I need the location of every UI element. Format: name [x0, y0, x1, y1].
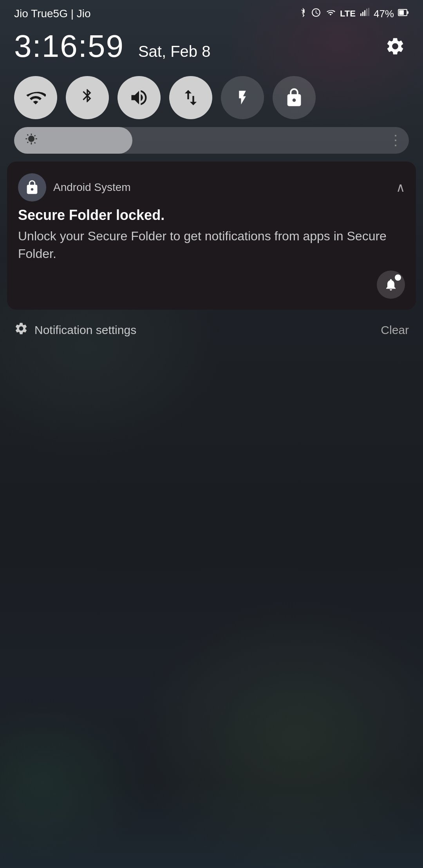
carrier-text: Jio True5G | Jio [14, 7, 91, 20]
svg-rect-0 [360, 13, 362, 16]
brightness-slider[interactable]: ⋮ [14, 127, 409, 154]
brightness-icon [25, 133, 38, 148]
notification-settings-button[interactable]: Notification settings [14, 321, 136, 339]
status-bar: Jio True5G | Jio LTE [0, 0, 423, 24]
clock-display: 3:16:59 [14, 28, 124, 64]
clear-notifications-button[interactable]: Clear [381, 323, 409, 337]
notif-app-icon [18, 173, 46, 202]
bluetooth-status-icon [298, 7, 307, 20]
sound-toggle[interactable] [118, 76, 161, 119]
flashlight-toggle[interactable] [221, 76, 264, 119]
time-row: 3:16:59 Sat, Feb 8 [0, 24, 423, 72]
svg-rect-7 [407, 11, 409, 14]
notification-bottom-bar: Notification settings Clear [0, 318, 423, 343]
svg-rect-6 [399, 10, 404, 15]
svg-rect-2 [364, 10, 365, 16]
notification-shade: Jio True5G | Jio LTE [0, 0, 423, 868]
notif-expand-button[interactable]: ∧ [396, 180, 405, 195]
notif-settings-label: Notification settings [34, 323, 136, 337]
rotation-lock-toggle[interactable] [273, 76, 316, 119]
battery-percent: 47% [374, 8, 394, 20]
brightness-more-button[interactable]: ⋮ [389, 132, 401, 149]
notif-header: Android System ∧ [18, 173, 405, 202]
battery-icon [398, 8, 409, 19]
notif-settings-gear-icon [14, 321, 28, 339]
notif-title: Secure Folder locked. [18, 207, 405, 223]
svg-rect-4 [368, 8, 369, 16]
notif-footer [18, 271, 405, 299]
status-icons: LTE 47% [298, 7, 409, 20]
signal-icon [360, 8, 370, 20]
data-toggle[interactable] [169, 76, 212, 119]
notif-app-name: Android System [53, 181, 131, 194]
settings-button[interactable] [381, 33, 409, 60]
bluetooth-toggle[interactable] [66, 76, 109, 119]
wifi-toggle[interactable] [14, 76, 57, 119]
date-display: Sat, Feb 8 [138, 43, 211, 60]
notif-bell-dot [395, 274, 401, 281]
notif-body: Unlock your Secure Folder to get notific… [18, 227, 405, 263]
notification-card: Android System ∧ Secure Folder locked. U… [7, 162, 416, 310]
svg-rect-1 [362, 12, 363, 16]
wifi-status-icon [325, 8, 336, 19]
alarm-status-icon [311, 7, 321, 20]
notif-source: Android System [18, 173, 131, 202]
lte-indicator: LTE [340, 9, 356, 19]
notif-bell-button[interactable] [377, 271, 405, 299]
svg-rect-3 [366, 9, 367, 16]
quick-toggles-row [0, 72, 423, 127]
